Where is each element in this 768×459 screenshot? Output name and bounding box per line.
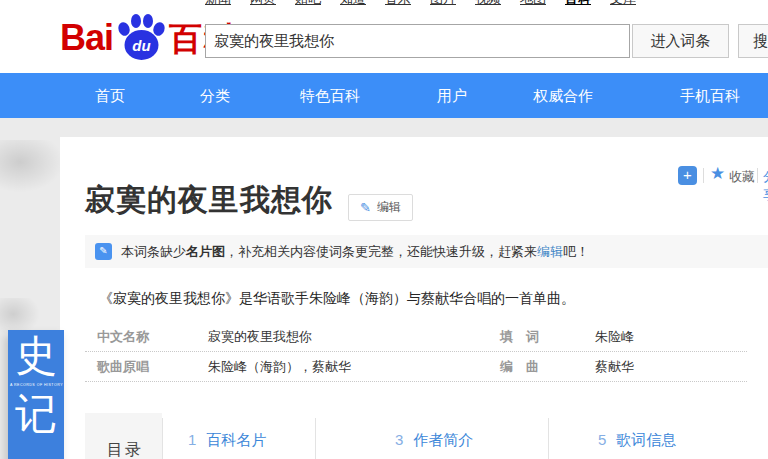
topbar-link-music[interactable]: 音乐 — [385, 0, 411, 8]
missing-card-image-notice: ✎ 本词条缺少名片图，补充相关内容使词条更完整，还能快速升级，赶紧来编辑吧！ — [85, 235, 768, 268]
svg-text:du: du — [132, 37, 150, 54]
table-row: 中文名称 寂寞的夜里我想你 填 词 朱险峰 — [85, 322, 747, 352]
infobox-value: 寂寞的夜里我想你 — [208, 322, 500, 351]
topbar-link-maps[interactable]: 地图 — [520, 0, 546, 8]
infobox-value: 蔡献华 — [595, 352, 747, 381]
edit-button-label: 编辑 — [377, 199, 401, 216]
decorative-shadow — [0, 140, 68, 195]
infobox-label: 编 曲 — [500, 352, 595, 381]
topbar-link-video[interactable]: 视频 — [475, 0, 501, 8]
topbar-link-images[interactable]: 图片 — [430, 0, 456, 8]
nav-home[interactable]: 首页 — [95, 73, 125, 118]
divider — [703, 168, 704, 183]
topbar-link-tieba[interactable]: 贴吧 — [295, 0, 321, 8]
divider — [162, 418, 163, 459]
notice-text-bold: 名片图 — [186, 244, 225, 259]
infobox-table: 中文名称 寂寞的夜里我想你 填 词 朱险峰 歌曲原唱 朱险峰（海韵），蔡献华 编… — [85, 322, 747, 382]
enter-entry-button[interactable]: 进入词条 — [632, 24, 729, 58]
pencil-icon: ✎ — [360, 200, 371, 215]
toc-item-label: 作者简介 — [413, 431, 473, 448]
divider — [315, 418, 316, 459]
star-icon[interactable]: ★ — [710, 163, 725, 184]
shiji-ad-banner[interactable]: 史 A RECORDS OF HISTORY 记 — [8, 330, 64, 459]
nav-users[interactable]: 用户 — [437, 73, 467, 118]
add-to-button[interactable]: + — [678, 166, 697, 185]
nav-category[interactable]: 分类 — [200, 73, 230, 118]
toc-item-label: 百科名片 — [206, 431, 266, 448]
main-nav-bar: 首页 分类 特色百科 用户 权威合作 手机百科 — [0, 73, 768, 118]
notice-text: 本词条缺少名片图，补充相关内容使词条更完整，还能快速升级，赶紧来编辑吧！ — [121, 235, 589, 268]
toc-label: 目录 — [107, 440, 143, 459]
site-header: 新闻 网页 贴吧 知道 音乐 图片 视频 地图 百科 文库 Bai du 百科 … — [0, 0, 768, 73]
toc-item-1[interactable]: 1百科名片 — [188, 431, 266, 450]
notice-text-post: 吧！ — [563, 244, 589, 259]
infobox-label: 填 词 — [500, 322, 595, 351]
pencil-icon: ✎ — [95, 243, 112, 260]
infobox-label: 歌曲原唱 — [97, 352, 208, 381]
divider — [757, 168, 758, 183]
topbar-link-zhidao[interactable]: 知道 — [340, 0, 366, 8]
toc-item-number: 1 — [188, 431, 196, 448]
table-row: 歌曲原唱 朱险峰（海韵），蔡献华 编 曲 蔡献华 — [85, 352, 747, 382]
banner-subtitle: A RECORDS OF HISTORY — [9, 382, 62, 387]
search-entry-button[interactable]: 搜索词条 — [738, 24, 768, 58]
notice-text-pre: 本词条缺少 — [121, 244, 186, 259]
toc-item-number: 5 — [598, 431, 606, 448]
toc-item-5[interactable]: 5歌词信息 — [598, 431, 676, 450]
entry-title: 寂寞的夜里我想你 — [85, 180, 333, 220]
topbar-link-baike[interactable]: 百科 — [565, 0, 591, 8]
logo-bai-text: Bai — [60, 16, 113, 60]
notice-edit-link[interactable]: 编辑 — [537, 244, 563, 259]
entry-summary: 《寂寞的夜里我想你》是华语歌手朱险峰（海韵）与蔡献华合唱的一首单曲。 — [85, 287, 575, 309]
divider — [548, 418, 549, 459]
nav-featured[interactable]: 特色百科 — [300, 73, 360, 118]
infobox-label: 中文名称 — [97, 322, 208, 351]
top-nav-links: 新闻 网页 贴吧 知道 音乐 图片 视频 地图 百科 文库 — [205, 0, 636, 8]
baidu-paw-icon: du — [115, 13, 167, 63]
edit-entry-button[interactable]: ✎ 编辑 — [348, 194, 413, 221]
toc-item-3[interactable]: 3作者简介 — [395, 431, 473, 450]
topbar-link-news[interactable]: 新闻 — [205, 0, 231, 8]
topbar-link-wenku[interactable]: 文库 — [610, 0, 636, 8]
share-button[interactable]: 分享 — [763, 168, 768, 204]
entry-content-card: + ★ 收藏 分享 寂寞的夜里我想你 ✎ 编辑 ✎ 本词条缺少名片图，补充相关内… — [60, 137, 768, 459]
banner-char-bottom: 记 — [15, 388, 57, 440]
toc-item-label: 歌词信息 — [616, 431, 676, 448]
topbar-link-web[interactable]: 网页 — [250, 0, 276, 8]
toc-item-number: 3 — [395, 431, 403, 448]
infobox-value: 朱险峰 — [595, 322, 747, 351]
favorite-button[interactable]: 收藏 — [729, 168, 755, 186]
infobox-value: 朱险峰（海韵），蔡献华 — [208, 352, 500, 381]
nav-cooperation[interactable]: 权威合作 — [533, 73, 593, 118]
notice-text-mid: ，补充相关内容使词条更完整，还能快速升级，赶紧来 — [225, 244, 537, 259]
nav-mobile[interactable]: 手机百科 — [680, 73, 740, 118]
banner-char-top: 史 — [15, 330, 57, 382]
search-input[interactable] — [205, 24, 630, 58]
